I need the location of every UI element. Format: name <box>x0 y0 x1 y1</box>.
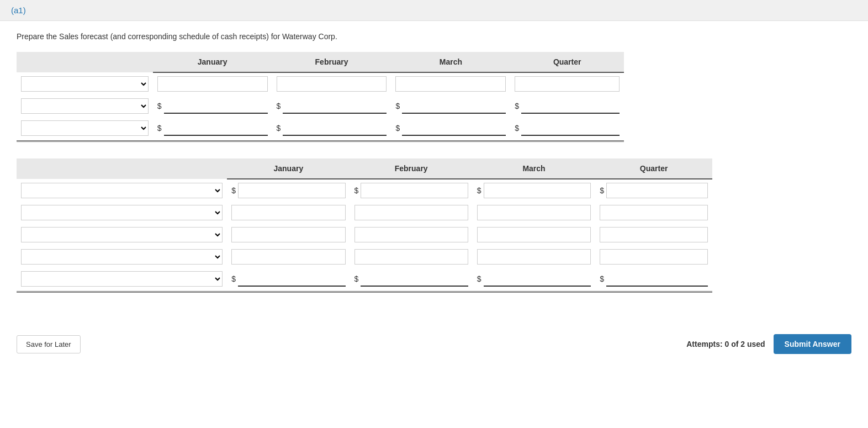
attempts-text: Attempts: 0 of 2 used <box>686 340 765 348</box>
section1-row2-mar-input[interactable] <box>402 98 506 114</box>
section1-row2-jan-dollar-cell: $ <box>157 98 268 114</box>
section1-header-row: January February March Quarter <box>17 52 624 72</box>
section1-row3-jan-input[interactable] <box>164 120 268 136</box>
section2-row1-feb-input[interactable] <box>361 183 468 198</box>
dollar-sign: $ <box>277 124 281 133</box>
section2-row2-feb-input[interactable] <box>354 205 468 220</box>
section1-row3-dropdown[interactable] <box>21 120 149 136</box>
section1-row2-jan-cell: $ <box>153 95 272 117</box>
section1-table: January February March Quarter <box>17 52 624 142</box>
dollar-sign: $ <box>231 186 236 195</box>
section1-row1-qtr-input[interactable] <box>515 76 620 92</box>
section2-row4-mar-cell <box>473 246 595 268</box>
section1-row1-jan-input[interactable] <box>157 76 268 92</box>
section1-row3-mar-dollar-cell: $ <box>395 120 506 136</box>
section2-row1-mar-input[interactable] <box>484 183 591 198</box>
section2-header-row: January February March Quarter <box>17 158 712 179</box>
section2-row4-dropdown[interactable] <box>21 249 223 265</box>
section2-row-3 <box>17 224 712 246</box>
section1-row2-mar-dollar-cell: $ <box>395 98 506 114</box>
section1-row3-qtr-cell: $ <box>510 117 624 141</box>
section1-row3-mar-input[interactable] <box>402 120 506 136</box>
section1-row2-qtr-dollar-cell: $ <box>515 98 620 114</box>
section2-row4-label-cell <box>17 246 227 268</box>
section2-row-4 <box>17 246 712 268</box>
dollar-sign: $ <box>157 124 162 133</box>
section1-header-quarter: Quarter <box>510 52 624 72</box>
dollar-sign: $ <box>157 102 162 110</box>
section2-row4-qtr-input[interactable] <box>600 249 708 265</box>
section2-row3-feb-input[interactable] <box>354 227 468 242</box>
section2-row4-feb-cell <box>350 246 473 268</box>
dollar-sign: $ <box>515 124 519 133</box>
section1-row-2: $ $ $ <box>17 95 624 117</box>
section2-row3-mar-input[interactable] <box>477 227 591 242</box>
dollar-sign: $ <box>600 186 604 195</box>
section2-row2-qtr-cell <box>595 202 712 224</box>
section1-row2-feb-cell: $ <box>272 95 391 117</box>
section1-row2-jan-input[interactable] <box>164 98 268 114</box>
section2-row1-feb-dollar-cell: $ <box>354 183 468 198</box>
section2-table-container: January February March Quarter <box>17 158 851 293</box>
page-container: (a1) Prepare the Sales forecast (and cor… <box>0 0 868 428</box>
section2-row5-feb-input[interactable] <box>361 271 468 287</box>
section2-row1-qtr-input[interactable] <box>606 183 708 198</box>
section1-row3-feb-dollar-cell: $ <box>277 120 387 136</box>
section2-row4-feb-input[interactable] <box>354 249 468 265</box>
section1-row3-feb-input[interactable] <box>283 120 387 136</box>
section1-row2-feb-input[interactable] <box>283 98 387 114</box>
submit-answer-button[interactable]: Submit Answer <box>774 334 851 354</box>
section1-row3-label-cell <box>17 117 153 141</box>
section1-row1-label-cell <box>17 72 153 95</box>
section2-row2-qtr-input[interactable] <box>600 205 708 220</box>
section2-row2-mar-input[interactable] <box>477 205 591 220</box>
section2-row4-jan-input[interactable] <box>231 249 345 265</box>
section1-row2-mar-cell: $ <box>391 95 510 117</box>
section2-row1-label-cell <box>17 179 227 202</box>
dollar-sign: $ <box>477 274 481 283</box>
section1-row1-feb-input[interactable] <box>277 76 387 92</box>
section2-row1-feb-cell: $ <box>350 179 473 202</box>
section2-row-2 <box>17 202 712 224</box>
section1-row-1 <box>17 72 624 95</box>
section2-row2-dropdown[interactable] <box>21 205 223 220</box>
section2-row3-jan-input[interactable] <box>231 227 345 242</box>
dollar-sign: $ <box>354 274 359 283</box>
section1-row1-mar-input[interactable] <box>395 76 506 92</box>
save-for-later-button[interactable]: Save for Later <box>17 335 81 353</box>
section2-row-1: $ $ $ <box>17 179 712 202</box>
section1-row2-dropdown[interactable] <box>21 98 149 114</box>
section1-row1-dropdown[interactable] <box>21 76 149 92</box>
dollar-sign: $ <box>354 186 359 195</box>
section1-row3-qtr-input[interactable] <box>521 120 620 136</box>
section2-row1-dropdown[interactable] <box>21 183 223 198</box>
section2-row4-mar-input[interactable] <box>477 249 591 265</box>
section1-row2-label-cell <box>17 95 153 117</box>
section2-row5-qtr-input[interactable] <box>606 271 708 287</box>
section2-row5-feb-cell: $ <box>350 268 473 292</box>
section1-row3-jan-dollar-cell: $ <box>157 120 268 136</box>
section1-row2-feb-dollar-cell: $ <box>277 98 387 114</box>
section2-row5-mar-input[interactable] <box>484 271 591 287</box>
section1-row1-jan-cell <box>153 72 272 95</box>
section2-row2-jan-input[interactable] <box>231 205 345 220</box>
section2-row3-dropdown[interactable] <box>21 227 223 242</box>
section1-header-march: March <box>391 52 510 72</box>
section2-row5-jan-input[interactable] <box>238 271 346 287</box>
section2-row2-feb-cell <box>350 202 473 224</box>
section2-header-quarter: Quarter <box>595 158 712 179</box>
section1-header-february: February <box>272 52 391 72</box>
section2-row3-qtr-input[interactable] <box>600 227 708 242</box>
dollar-sign: $ <box>600 274 604 283</box>
section2-row5-jan-cell: $ <box>227 268 350 292</box>
section1-row2-qtr-input[interactable] <box>521 98 620 114</box>
section2-row1-jan-input[interactable] <box>238 183 346 198</box>
section2-row3-qtr-cell <box>595 224 712 246</box>
footer-right: Attempts: 0 of 2 used Submit Answer <box>686 334 851 354</box>
section2-row3-jan-cell <box>227 224 350 246</box>
section2-row5-dropdown[interactable] <box>21 271 223 287</box>
section2-row5-mar-dollar-cell: $ <box>477 271 591 287</box>
header-bar: (a1) <box>0 0 868 21</box>
section2-row2-mar-cell <box>473 202 595 224</box>
dollar-sign: $ <box>477 186 481 195</box>
